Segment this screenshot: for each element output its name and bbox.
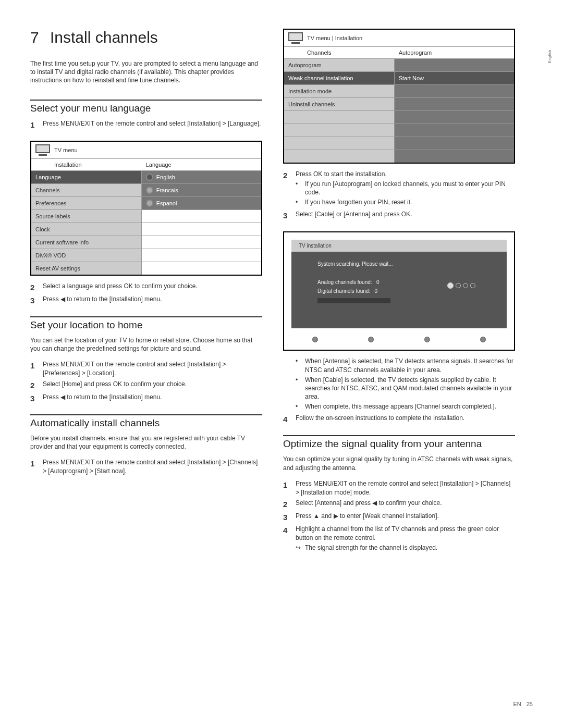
menu-item: Source labels <box>31 210 142 223</box>
digital-found: Digital channels found: 0 <box>317 288 481 294</box>
step-text: Highlight a channel from the list of TV … <box>296 525 515 552</box>
language-tab: English <box>548 50 552 63</box>
menu-header: TV menu | Installation <box>307 35 362 41</box>
step-text: Press ◀ to return to the [Installation] … <box>43 393 262 404</box>
menu-option <box>395 85 514 98</box>
menu-option <box>395 98 514 111</box>
chapter-heading: 7Install channels <box>30 29 262 46</box>
installer-title: TV installation <box>291 240 507 252</box>
step-text: Follow the on-screen instructions to com… <box>296 414 515 425</box>
menu-item: Autoprogram <box>284 59 395 72</box>
section-select-language: Select your menu language <box>30 100 262 114</box>
progress-bar <box>317 298 390 303</box>
step-text: Select [Cable] or [Antenna] and press OK… <box>296 210 515 221</box>
sub-text: If you run [Autoprogram] on locked chann… <box>305 180 515 196</box>
note-text: The signal strength for the channel is d… <box>305 544 437 552</box>
menu-language-table: TV menu Installation Language Language C… <box>30 141 262 276</box>
menu-item: Language <box>31 171 142 184</box>
section-para: Before you install channels, ensure that… <box>30 434 262 451</box>
menu-item: Channels <box>31 184 142 197</box>
section-optimize-signal: Optimize the signal quality from your an… <box>283 435 515 450</box>
step-text: Press MENU/EXIT on the remote control an… <box>43 119 262 130</box>
tv-installation-screen: TV installation System searching. Please… <box>283 231 515 351</box>
spinner-icon <box>447 282 475 289</box>
nav-dots <box>291 328 507 342</box>
menu-option: Start Now <box>395 72 514 85</box>
menu-item: Reset AV settings <box>31 262 142 275</box>
sub-text: When complete, this message appears [Cha… <box>305 402 496 411</box>
menu-header: TV menu <box>54 147 78 153</box>
step-text: Press MENU/EXIT on the remote control an… <box>43 458 262 476</box>
menu-option: Francais <box>142 184 261 197</box>
menu-option: Espanol <box>142 197 261 210</box>
menu-item: Clock <box>31 223 142 236</box>
section-para: You can set the location of your TV to h… <box>30 336 262 353</box>
installer-msg: System searching. Please wait... <box>317 261 481 267</box>
menu-item: Preferences <box>31 197 142 210</box>
menu-item: DivX® VOD <box>31 249 142 262</box>
menu-channels-table: TV menu | Installation Channels Autoprog… <box>283 29 515 164</box>
menu-option: English <box>142 171 261 184</box>
radio-icon <box>146 187 153 194</box>
step-text: Press ▲ and ▶ to enter [Weak channel ins… <box>296 512 515 523</box>
menu-item: Current software info <box>31 236 142 249</box>
menu-left-header: Installation <box>31 159 142 170</box>
step-text: Press OK to start the installation. If y… <box>296 170 515 208</box>
sub-text: When [Cable] is selected, the TV detects… <box>305 376 515 401</box>
intro-text: The first time you setup your TV, you ar… <box>30 59 262 85</box>
page-footer: EN25 <box>513 701 533 707</box>
menu-item: Weak channel installation <box>284 72 395 85</box>
sub-text: When [Antenna] is selected, the TV detec… <box>305 357 515 374</box>
menu-option <box>395 59 514 72</box>
step-text: Select a language and press OK to confir… <box>43 282 262 293</box>
menu-right-header: Language <box>142 159 176 170</box>
section-para: You can optimize your signal quality by … <box>283 455 515 472</box>
menu-item: Installation mode <box>284 85 395 98</box>
step-text: Press MENU/EXIT on the remote control an… <box>43 360 262 378</box>
radio-icon <box>146 174 153 181</box>
menu-item: Uninstall channels <box>284 98 395 111</box>
step-text: Press MENU/EXIT on the remote control an… <box>296 479 515 497</box>
tv-icon <box>35 144 50 156</box>
radio-icon <box>146 200 153 207</box>
step-text: Select [Antenna] and press ◀ to confirm … <box>296 499 515 510</box>
section-auto-install: Automatically install channels <box>30 414 262 429</box>
step-text: Select [Home] and press OK to confirm yo… <box>43 380 262 391</box>
section-set-location: Set your location to home <box>30 316 262 331</box>
tv-icon <box>288 32 303 44</box>
menu-left-header: Channels <box>284 47 395 58</box>
menu-right-header: Autoprogram <box>395 47 436 58</box>
step-text: Press ◀ to return to the [Installation] … <box>43 295 262 306</box>
sub-text: If you have forgotten your PIN, reset it… <box>305 198 412 206</box>
